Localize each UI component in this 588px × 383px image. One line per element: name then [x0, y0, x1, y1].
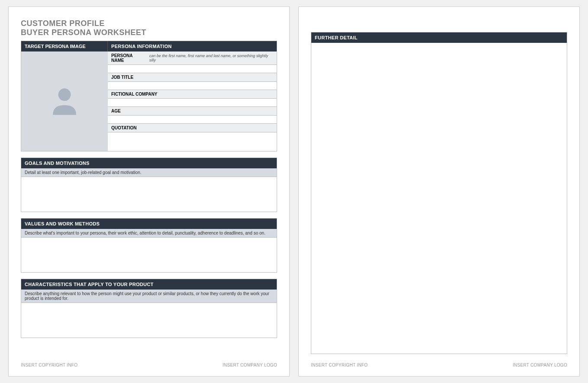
values-input[interactable] [21, 238, 277, 272]
fictional-company-input[interactable] [108, 99, 277, 106]
further-detail-input[interactable] [311, 43, 567, 354]
persona-name-input[interactable] [108, 65, 277, 73]
field-persona-name: PERSONA NAME can be the first name, firs… [108, 51, 277, 73]
avatar-icon [45, 82, 84, 121]
persona-name-label: PERSONA NAME can be the first name, firs… [108, 51, 277, 65]
svg-point-0 [58, 88, 71, 101]
target-image-header: TARGET PERSONA IMAGE [21, 41, 108, 51]
section-characteristics: CHARACTERISTICS THAT APPLY TO YOUR PRODU… [21, 279, 277, 338]
persona-top-row: TARGET PERSONA IMAGE PERSONA INFORMATION… [21, 41, 277, 151]
job-title-label: JOB TITLE [108, 73, 277, 82]
characteristics-hint: Describe anything relevant to how the pe… [21, 290, 277, 303]
goals-input[interactable] [21, 177, 277, 212]
values-hint: Describe what's important to your person… [21, 229, 277, 238]
values-header: VALUES AND WORK METHODS [21, 219, 277, 229]
worksheet-page-1: CUSTOMER PROFILE BUYER PERSONA WORKSHEET… [8, 6, 290, 377]
worksheet-page-2: FURTHER DETAIL INSERT COPYRIGHT INFO INS… [298, 6, 580, 377]
field-job-title: JOB TITLE [108, 73, 277, 90]
characteristics-header: CHARACTERISTICS THAT APPLY TO YOUR PRODU… [21, 279, 277, 290]
persona-name-label-text: PERSONA NAME [111, 53, 146, 63]
fictional-company-label: FICTIONAL COMPANY [108, 90, 277, 99]
persona-info-column: PERSONA INFORMATION PERSONA NAME can be … [108, 41, 277, 151]
target-image-column: TARGET PERSONA IMAGE [21, 41, 108, 151]
further-detail-header: FURTHER DETAIL [311, 32, 567, 43]
page1-footer: INSERT COPYRIGHT INFO INSERT COMPANY LOG… [21, 357, 277, 367]
field-age: AGE [108, 107, 277, 124]
characteristics-input[interactable] [21, 303, 277, 338]
age-label: AGE [108, 107, 277, 116]
quotation-input[interactable] [108, 132, 277, 151]
quotation-label: QUOTATION [108, 124, 277, 132]
section-further-detail: FURTHER DETAIL [311, 32, 567, 354]
age-input[interactable] [108, 116, 277, 123]
page-title-line2: BUYER PERSONA WORKSHEET [21, 28, 277, 37]
goals-header: GOALS AND MOTIVATIONS [21, 158, 277, 168]
persona-name-hint: can be the first name, first name and la… [149, 54, 273, 62]
persona-image-placeholder[interactable] [21, 51, 108, 151]
job-title-input[interactable] [108, 82, 277, 90]
page-title-line1: CUSTOMER PROFILE [21, 19, 277, 28]
section-goals: GOALS AND MOTIVATIONS Detail at least on… [21, 158, 277, 212]
footer-logo: INSERT COMPANY LOGO [223, 363, 277, 367]
field-quotation: QUOTATION [108, 124, 277, 151]
persona-info-header: PERSONA INFORMATION [108, 41, 277, 51]
field-fictional-company: FICTIONAL COMPANY [108, 90, 277, 107]
footer-copyright: INSERT COPYRIGHT INFO [21, 363, 78, 367]
page2-footer: INSERT COPYRIGHT INFO INSERT COMPANY LOG… [311, 357, 567, 367]
footer-logo-2: INSERT COMPANY LOGO [513, 363, 567, 367]
goals-hint: Detail at least one important, job-relat… [21, 168, 277, 177]
footer-copyright-2: INSERT COPYRIGHT INFO [311, 363, 368, 367]
section-values: VALUES AND WORK METHODS Describe what's … [21, 218, 277, 273]
